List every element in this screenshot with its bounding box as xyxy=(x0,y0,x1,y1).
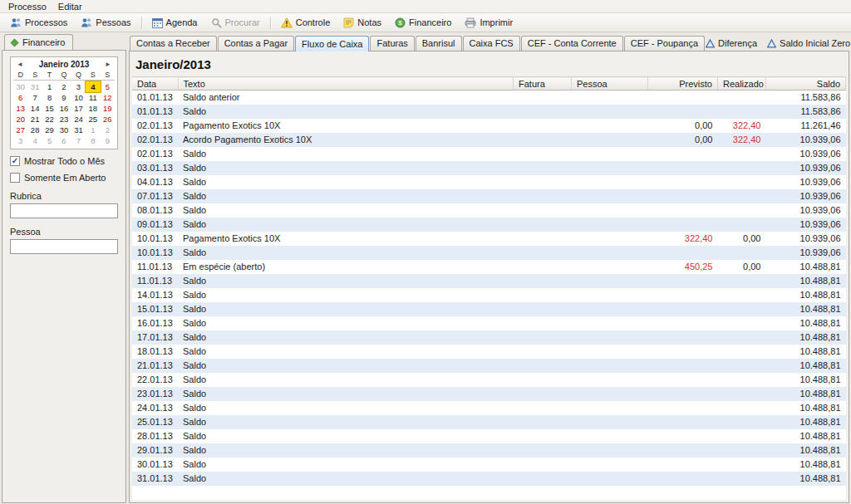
calendar-day[interactable]: 8 xyxy=(42,92,57,103)
menu-item-editar[interactable]: Editar xyxy=(52,1,88,12)
tab-cef-conta-corrente[interactable]: CEF - Conta Corrente xyxy=(521,36,623,51)
field-input-pessoa[interactable] xyxy=(10,239,118,254)
table-row[interactable]: 28.01.13Saldo10.488,81 xyxy=(132,429,846,443)
calendar-day[interactable]: 9 xyxy=(101,135,115,146)
calendar-next-button[interactable]: ► xyxy=(103,61,113,68)
calendar-day[interactable]: 31 xyxy=(27,81,42,92)
tab-faturas[interactable]: Faturas xyxy=(370,36,414,51)
calendar-day[interactable]: 2 xyxy=(101,125,115,135)
column-header-pessoa[interactable]: Pessoa xyxy=(572,77,648,91)
table-row[interactable]: 29.01.13Saldo10.488,81 xyxy=(132,443,846,458)
table-row[interactable]: 11.01.13Saldo10.488,81 xyxy=(132,274,846,288)
checkbox-somente-em-aberto[interactable]: Somente Em Aberto xyxy=(10,173,118,183)
calendar-day[interactable]: 13 xyxy=(13,103,27,114)
table-row[interactable]: 18.01.13Saldo10.488,81 xyxy=(132,345,846,359)
calendar-day[interactable]: 1 xyxy=(86,125,100,135)
table-row[interactable]: 10.01.13Pagamento Exotics 10X322,400,001… xyxy=(132,232,846,246)
calendar-prev-button[interactable]: ◄ xyxy=(15,61,25,68)
tab-cef-poupanca[interactable]: CEF - Poupança xyxy=(624,36,705,51)
calendar-day[interactable]: 7 xyxy=(71,135,86,146)
toolbar-button-pessoas[interactable]: Pessoas xyxy=(74,15,137,31)
table-row[interactable]: 22.01.13Saldo10.488,81 xyxy=(132,373,846,387)
calendar-day[interactable]: 30 xyxy=(57,125,71,135)
action-saldo-inicial-zero[interactable]: Saldo Inicial Zero xyxy=(767,38,850,48)
table-row[interactable]: 16.01.13Saldo10.488,81 xyxy=(132,316,846,330)
table-row[interactable]: 04.01.13Saldo10.939,06 xyxy=(132,175,846,189)
calendar-day[interactable]: 3 xyxy=(71,81,86,92)
calendar-day[interactable]: 5 xyxy=(42,135,57,146)
table-row[interactable]: 15.01.13Saldo10.488,81 xyxy=(132,302,846,316)
table-row[interactable]: 01.01.13Saldo anterior11.583,86 xyxy=(132,91,846,105)
calendar-day[interactable]: 29 xyxy=(42,125,57,135)
calendar-day[interactable]: 14 xyxy=(27,103,42,114)
table-row[interactable]: 11.01.13Em espécie (aberto)450,250,0010.… xyxy=(132,260,846,274)
tab-contas-a-pagar[interactable]: Contas a Pagar xyxy=(218,36,294,51)
table-row[interactable]: 02.01.13Acordo Pagamento Exotics 10X0,00… xyxy=(132,133,846,147)
calendar-day[interactable]: 7 xyxy=(27,92,42,103)
column-header-saldo[interactable]: Saldo xyxy=(766,77,846,91)
menu-item-processo[interactable]: Processo xyxy=(2,1,52,12)
checkbox-mostrar-todo-o-mes[interactable]: ✓Mostrar Todo o Mês xyxy=(10,156,118,166)
table-row[interactable]: 21.01.13Saldo10.488,81 xyxy=(132,359,846,373)
table-row[interactable]: 09.01.13Saldo10.939,06 xyxy=(132,218,846,232)
calendar-day[interactable]: 3 xyxy=(13,135,27,146)
calendar-day[interactable]: 10 xyxy=(71,92,86,103)
calendar-day[interactable]: 27 xyxy=(13,125,27,135)
tab-fluxo-de-caixa[interactable]: Fluxo de Caixa xyxy=(295,36,369,51)
table-row[interactable]: 17.01.13Saldo10.488,81 xyxy=(132,330,846,345)
tab-contas-a-receber[interactable]: Contas a Receber xyxy=(130,36,217,51)
calendar-day[interactable]: 20 xyxy=(13,114,27,125)
table-row[interactable]: 14.01.13Saldo10.488,81 xyxy=(132,288,846,302)
table-row[interactable]: 03.01.13Saldo10.939,06 xyxy=(132,161,846,175)
calendar-day[interactable]: 23 xyxy=(57,114,71,125)
table-row[interactable]: 02.01.13Saldo10.939,06 xyxy=(132,147,846,161)
calendar-day[interactable]: 8 xyxy=(86,135,100,146)
table-row[interactable]: 01.01.13Saldo11.583,86 xyxy=(132,105,846,119)
column-header-realizado[interactable]: Realizado xyxy=(718,77,766,91)
field-input-rubrica[interactable] xyxy=(10,203,118,218)
table-row[interactable]: 31.01.13Saldo10.488,81 xyxy=(132,472,846,486)
calendar-day[interactable]: 4 xyxy=(86,81,100,92)
toolbar-button-financeiro[interactable]: $Financeiro xyxy=(388,15,458,31)
sidebar-tab-financeiro[interactable]: Financeiro xyxy=(4,34,73,50)
table-row[interactable]: 08.01.13Saldo10.939,06 xyxy=(132,203,846,218)
table-row[interactable]: 07.01.13Saldo10.939,06 xyxy=(132,189,846,203)
table-row[interactable]: 23.01.13Saldo10.488,81 xyxy=(132,387,846,401)
calendar-day[interactable]: 17 xyxy=(71,103,86,114)
table-row[interactable]: 10.01.13Saldo10.939,06 xyxy=(132,246,846,260)
tab-banrisul[interactable]: Banrisul xyxy=(416,36,462,51)
toolbar-button-imprimir[interactable]: Imprimir xyxy=(458,15,519,31)
calendar-day[interactable]: 5 xyxy=(101,81,115,92)
column-header-data[interactable]: Data xyxy=(132,77,178,91)
table-row[interactable]: 24.01.13Saldo10.488,81 xyxy=(132,401,846,415)
calendar-day[interactable]: 11 xyxy=(86,92,100,103)
calendar-day[interactable]: 2 xyxy=(57,81,71,92)
table-row[interactable]: 25.01.13Saldo10.488,81 xyxy=(132,415,846,429)
calendar-day[interactable]: 30 xyxy=(13,81,27,92)
toolbar-button-processos[interactable]: Processos xyxy=(3,15,74,31)
calendar-day[interactable]: 12 xyxy=(101,92,115,103)
calendar-day[interactable]: 9 xyxy=(57,92,71,103)
calendar-day[interactable]: 28 xyxy=(27,125,42,135)
calendar-day[interactable]: 31 xyxy=(71,125,86,135)
calendar-day[interactable]: 1 xyxy=(42,81,57,92)
calendar-day[interactable]: 16 xyxy=(57,103,71,114)
calendar-day[interactable]: 26 xyxy=(101,114,115,125)
calendar-day[interactable]: 18 xyxy=(86,103,100,114)
calendar-day[interactable]: 21 xyxy=(27,114,42,125)
column-header-previsto[interactable]: Previsto xyxy=(648,77,718,91)
toolbar-button-agenda[interactable]: Agenda xyxy=(145,15,204,31)
table-row[interactable]: 30.01.13Saldo10.488,81 xyxy=(132,458,846,472)
calendar-day[interactable]: 15 xyxy=(42,103,57,114)
calendar-day[interactable]: 4 xyxy=(27,135,42,146)
toolbar-button-controle[interactable]: Controle xyxy=(274,15,337,31)
column-header-texto[interactable]: Texto xyxy=(178,77,514,91)
tab-caixa-fcs[interactable]: Caixa FCS xyxy=(463,36,520,51)
column-header-fatura[interactable]: Fatura xyxy=(514,77,572,91)
toolbar-button-procurar[interactable]: Procurar xyxy=(204,15,267,31)
calendar-day[interactable]: 19 xyxy=(101,103,115,114)
table-row[interactable]: 02.01.13Pagamento Exotics 10X0,00322,401… xyxy=(132,119,846,133)
calendar-day[interactable]: 6 xyxy=(57,135,71,146)
calendar-day[interactable]: 22 xyxy=(42,114,57,125)
calendar-day[interactable]: 25 xyxy=(86,114,100,125)
